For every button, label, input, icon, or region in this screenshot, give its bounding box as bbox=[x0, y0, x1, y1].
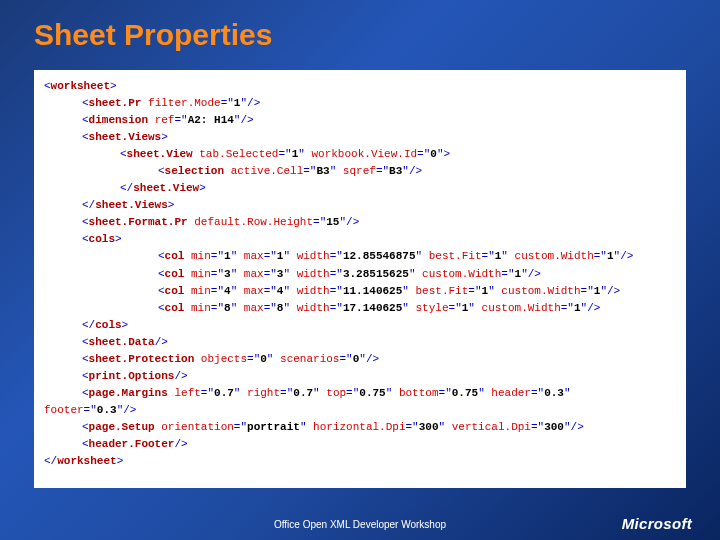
code-line: <page.Setup orientation="portrait" horiz… bbox=[44, 419, 676, 436]
code-line: <page.Margins left="0.7" right="0.7" top… bbox=[44, 385, 676, 402]
code-line: <dimension ref="A2: H14"/> bbox=[44, 112, 676, 129]
code-line: <print.Options/> bbox=[44, 368, 676, 385]
code-line: </worksheet> bbox=[44, 453, 676, 470]
slide-title: Sheet Properties bbox=[0, 0, 720, 52]
code-panel: <worksheet><sheet.Pr filter.Mode="1"/><d… bbox=[34, 70, 686, 488]
code-line: <col min="1" max="1" width="12.85546875"… bbox=[44, 248, 676, 265]
code-line: <sheet.Pr filter.Mode="1"/> bbox=[44, 95, 676, 112]
code-line: <worksheet> bbox=[44, 78, 676, 95]
code-line: <col min="8" max="8" width="17.140625" s… bbox=[44, 300, 676, 317]
code-line: <sheet.Views> bbox=[44, 129, 676, 146]
code-line: <col min="3" max="3" width="3.28515625" … bbox=[44, 266, 676, 283]
code-line: <sheet.Data/> bbox=[44, 334, 676, 351]
code-line: </sheet.Views> bbox=[44, 197, 676, 214]
code-line: <sheet.Format.Pr default.Row.Height="15"… bbox=[44, 214, 676, 231]
code-line: <header.Footer/> bbox=[44, 436, 676, 453]
code-line: </sheet.View> bbox=[44, 180, 676, 197]
code-line: <col min="4" max="4" width="11.140625" b… bbox=[44, 283, 676, 300]
code-line: footer="0.3"/> bbox=[44, 402, 676, 419]
slide-footer: Office Open XML Developer Workshop bbox=[0, 519, 720, 530]
microsoft-logo: Microsoft bbox=[622, 515, 692, 532]
code-line: <cols> bbox=[44, 231, 676, 248]
code-line: <selection active.Cell="B3" sqref="B3"/> bbox=[44, 163, 676, 180]
code-line: <sheet.Protection objects="0" scenarios=… bbox=[44, 351, 676, 368]
code-line: </cols> bbox=[44, 317, 676, 334]
footer-text: Office Open XML Developer Workshop bbox=[274, 519, 446, 530]
code-line: <sheet.View tab.Selected="1" workbook.Vi… bbox=[44, 146, 676, 163]
